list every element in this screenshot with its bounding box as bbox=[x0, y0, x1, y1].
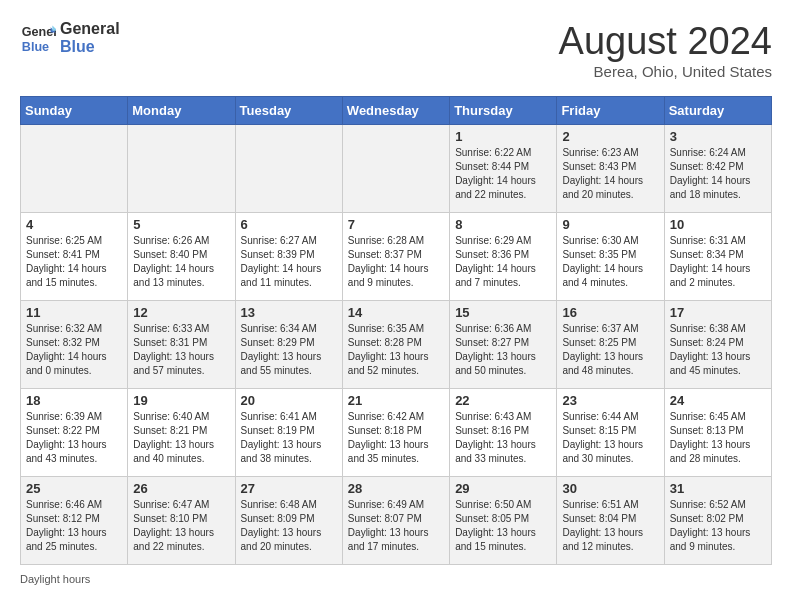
calendar-cell: 27Sunrise: 6:48 AM Sunset: 8:09 PM Dayli… bbox=[235, 477, 342, 565]
day-header-saturday: Saturday bbox=[664, 97, 771, 125]
day-info: Sunrise: 6:45 AM Sunset: 8:13 PM Dayligh… bbox=[670, 410, 766, 466]
calendar-cell: 14Sunrise: 6:35 AM Sunset: 8:28 PM Dayli… bbox=[342, 301, 449, 389]
day-number: 22 bbox=[455, 393, 551, 408]
day-info: Sunrise: 6:46 AM Sunset: 8:12 PM Dayligh… bbox=[26, 498, 122, 554]
day-info: Sunrise: 6:52 AM Sunset: 8:02 PM Dayligh… bbox=[670, 498, 766, 554]
day-info: Sunrise: 6:47 AM Sunset: 8:10 PM Dayligh… bbox=[133, 498, 229, 554]
day-number: 21 bbox=[348, 393, 444, 408]
day-info: Sunrise: 6:23 AM Sunset: 8:43 PM Dayligh… bbox=[562, 146, 658, 202]
calendar-cell: 22Sunrise: 6:43 AM Sunset: 8:16 PM Dayli… bbox=[450, 389, 557, 477]
week-row-1: 1Sunrise: 6:22 AM Sunset: 8:44 PM Daylig… bbox=[21, 125, 772, 213]
day-info: Sunrise: 6:25 AM Sunset: 8:41 PM Dayligh… bbox=[26, 234, 122, 290]
calendar-subtitle: Berea, Ohio, United States bbox=[559, 63, 772, 80]
calendar-cell: 6Sunrise: 6:27 AM Sunset: 8:39 PM Daylig… bbox=[235, 213, 342, 301]
day-info: Sunrise: 6:28 AM Sunset: 8:37 PM Dayligh… bbox=[348, 234, 444, 290]
page-header: General Blue General Blue August 2024 Be… bbox=[20, 20, 772, 80]
day-number: 2 bbox=[562, 129, 658, 144]
calendar-cell: 23Sunrise: 6:44 AM Sunset: 8:15 PM Dayli… bbox=[557, 389, 664, 477]
calendar-cell: 1Sunrise: 6:22 AM Sunset: 8:44 PM Daylig… bbox=[450, 125, 557, 213]
calendar-cell bbox=[235, 125, 342, 213]
day-info: Sunrise: 6:38 AM Sunset: 8:24 PM Dayligh… bbox=[670, 322, 766, 378]
day-info: Sunrise: 6:26 AM Sunset: 8:40 PM Dayligh… bbox=[133, 234, 229, 290]
day-info: Sunrise: 6:37 AM Sunset: 8:25 PM Dayligh… bbox=[562, 322, 658, 378]
logo-text-blue: Blue bbox=[60, 38, 120, 56]
logo-text-general: General bbox=[60, 20, 120, 38]
day-info: Sunrise: 6:24 AM Sunset: 8:42 PM Dayligh… bbox=[670, 146, 766, 202]
week-row-5: 25Sunrise: 6:46 AM Sunset: 8:12 PM Dayli… bbox=[21, 477, 772, 565]
day-number: 27 bbox=[241, 481, 337, 496]
day-info: Sunrise: 6:40 AM Sunset: 8:21 PM Dayligh… bbox=[133, 410, 229, 466]
day-info: Sunrise: 6:30 AM Sunset: 8:35 PM Dayligh… bbox=[562, 234, 658, 290]
calendar-cell: 17Sunrise: 6:38 AM Sunset: 8:24 PM Dayli… bbox=[664, 301, 771, 389]
calendar-cell: 28Sunrise: 6:49 AM Sunset: 8:07 PM Dayli… bbox=[342, 477, 449, 565]
day-info: Sunrise: 6:41 AM Sunset: 8:19 PM Dayligh… bbox=[241, 410, 337, 466]
day-number: 3 bbox=[670, 129, 766, 144]
day-info: Sunrise: 6:31 AM Sunset: 8:34 PM Dayligh… bbox=[670, 234, 766, 290]
day-info: Sunrise: 6:32 AM Sunset: 8:32 PM Dayligh… bbox=[26, 322, 122, 378]
calendar-title: August 2024 bbox=[559, 20, 772, 63]
day-info: Sunrise: 6:49 AM Sunset: 8:07 PM Dayligh… bbox=[348, 498, 444, 554]
calendar-cell: 20Sunrise: 6:41 AM Sunset: 8:19 PM Dayli… bbox=[235, 389, 342, 477]
calendar-cell: 11Sunrise: 6:32 AM Sunset: 8:32 PM Dayli… bbox=[21, 301, 128, 389]
day-number: 28 bbox=[348, 481, 444, 496]
day-header-tuesday: Tuesday bbox=[235, 97, 342, 125]
calendar-cell: 24Sunrise: 6:45 AM Sunset: 8:13 PM Dayli… bbox=[664, 389, 771, 477]
day-number: 24 bbox=[670, 393, 766, 408]
day-number: 31 bbox=[670, 481, 766, 496]
header-row: SundayMondayTuesdayWednesdayThursdayFrid… bbox=[21, 97, 772, 125]
calendar-cell: 2Sunrise: 6:23 AM Sunset: 8:43 PM Daylig… bbox=[557, 125, 664, 213]
day-number: 12 bbox=[133, 305, 229, 320]
day-header-wednesday: Wednesday bbox=[342, 97, 449, 125]
calendar-cell: 18Sunrise: 6:39 AM Sunset: 8:22 PM Dayli… bbox=[21, 389, 128, 477]
calendar-cell: 16Sunrise: 6:37 AM Sunset: 8:25 PM Dayli… bbox=[557, 301, 664, 389]
logo: General Blue General Blue bbox=[20, 20, 120, 56]
day-number: 4 bbox=[26, 217, 122, 232]
calendar-cell bbox=[128, 125, 235, 213]
day-number: 16 bbox=[562, 305, 658, 320]
day-number: 8 bbox=[455, 217, 551, 232]
day-number: 30 bbox=[562, 481, 658, 496]
day-number: 17 bbox=[670, 305, 766, 320]
day-info: Sunrise: 6:34 AM Sunset: 8:29 PM Dayligh… bbox=[241, 322, 337, 378]
week-row-2: 4Sunrise: 6:25 AM Sunset: 8:41 PM Daylig… bbox=[21, 213, 772, 301]
calendar-cell: 8Sunrise: 6:29 AM Sunset: 8:36 PM Daylig… bbox=[450, 213, 557, 301]
day-number: 19 bbox=[133, 393, 229, 408]
day-info: Sunrise: 6:22 AM Sunset: 8:44 PM Dayligh… bbox=[455, 146, 551, 202]
calendar-cell: 31Sunrise: 6:52 AM Sunset: 8:02 PM Dayli… bbox=[664, 477, 771, 565]
calendar-cell: 29Sunrise: 6:50 AM Sunset: 8:05 PM Dayli… bbox=[450, 477, 557, 565]
calendar-cell: 19Sunrise: 6:40 AM Sunset: 8:21 PM Dayli… bbox=[128, 389, 235, 477]
day-number: 23 bbox=[562, 393, 658, 408]
day-info: Sunrise: 6:51 AM Sunset: 8:04 PM Dayligh… bbox=[562, 498, 658, 554]
day-info: Sunrise: 6:39 AM Sunset: 8:22 PM Dayligh… bbox=[26, 410, 122, 466]
calendar-cell: 30Sunrise: 6:51 AM Sunset: 8:04 PM Dayli… bbox=[557, 477, 664, 565]
day-number: 18 bbox=[26, 393, 122, 408]
day-number: 26 bbox=[133, 481, 229, 496]
day-number: 29 bbox=[455, 481, 551, 496]
day-number: 6 bbox=[241, 217, 337, 232]
calendar-cell: 10Sunrise: 6:31 AM Sunset: 8:34 PM Dayli… bbox=[664, 213, 771, 301]
calendar-cell: 9Sunrise: 6:30 AM Sunset: 8:35 PM Daylig… bbox=[557, 213, 664, 301]
day-info: Sunrise: 6:35 AM Sunset: 8:28 PM Dayligh… bbox=[348, 322, 444, 378]
title-block: August 2024 Berea, Ohio, United States bbox=[559, 20, 772, 80]
day-info: Sunrise: 6:44 AM Sunset: 8:15 PM Dayligh… bbox=[562, 410, 658, 466]
week-row-3: 11Sunrise: 6:32 AM Sunset: 8:32 PM Dayli… bbox=[21, 301, 772, 389]
day-header-sunday: Sunday bbox=[21, 97, 128, 125]
day-info: Sunrise: 6:29 AM Sunset: 8:36 PM Dayligh… bbox=[455, 234, 551, 290]
day-header-friday: Friday bbox=[557, 97, 664, 125]
week-row-4: 18Sunrise: 6:39 AM Sunset: 8:22 PM Dayli… bbox=[21, 389, 772, 477]
calendar-cell bbox=[21, 125, 128, 213]
day-number: 25 bbox=[26, 481, 122, 496]
footer: Daylight hours bbox=[20, 573, 772, 585]
day-number: 7 bbox=[348, 217, 444, 232]
day-number: 5 bbox=[133, 217, 229, 232]
calendar-cell: 25Sunrise: 6:46 AM Sunset: 8:12 PM Dayli… bbox=[21, 477, 128, 565]
day-info: Sunrise: 6:27 AM Sunset: 8:39 PM Dayligh… bbox=[241, 234, 337, 290]
calendar-cell: 13Sunrise: 6:34 AM Sunset: 8:29 PM Dayli… bbox=[235, 301, 342, 389]
day-number: 1 bbox=[455, 129, 551, 144]
calendar-cell: 4Sunrise: 6:25 AM Sunset: 8:41 PM Daylig… bbox=[21, 213, 128, 301]
calendar-cell: 26Sunrise: 6:47 AM Sunset: 8:10 PM Dayli… bbox=[128, 477, 235, 565]
day-info: Sunrise: 6:33 AM Sunset: 8:31 PM Dayligh… bbox=[133, 322, 229, 378]
day-header-thursday: Thursday bbox=[450, 97, 557, 125]
svg-text:Blue: Blue bbox=[22, 40, 49, 54]
day-number: 9 bbox=[562, 217, 658, 232]
